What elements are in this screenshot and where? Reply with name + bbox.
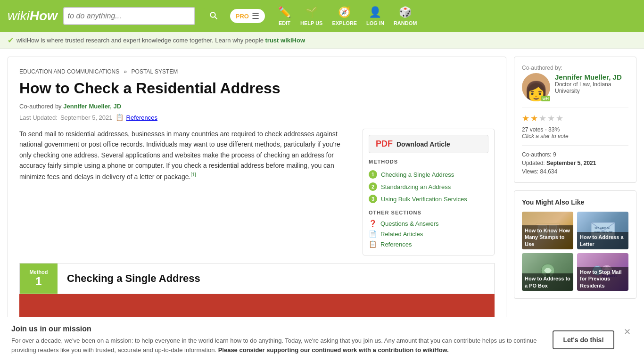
method-title: Checking a Single Address [67, 272, 200, 285]
article-content-row: To send mail to residential addresses, b… [19, 129, 495, 255]
nav-edit-label: EDIT [279, 20, 290, 26]
explore-icon: 🧭 [338, 6, 351, 18]
other-item-related[interactable]: 📄 Related Articles [369, 229, 488, 239]
hamburger-icon: ☰ [252, 11, 259, 21]
method-item-1[interactable]: 1 Checking a Single Address [369, 168, 488, 181]
co-authors-row: Co-authors: 9 [522, 151, 628, 158]
views-row: Views: 84,634 [522, 168, 628, 175]
breadcrumb-education[interactable]: EDUCATION AND COMMUNICATIONS [19, 68, 119, 75]
login-icon: 👤 [369, 6, 381, 18]
method-num-2: 2 [369, 182, 377, 191]
method-link-2[interactable]: Standardizing an Address [381, 183, 451, 190]
method-item-2[interactable]: 2 Standardizing an Address [369, 181, 488, 193]
nav-explore-label: EXPLORE [332, 20, 357, 26]
close-banner-button[interactable]: ✕ [622, 325, 633, 339]
search-bar [63, 7, 195, 25]
other-item-qa[interactable]: ❓ Questions & Answers [369, 218, 488, 229]
related-icon: 📄 [369, 230, 377, 238]
search-input[interactable] [68, 12, 190, 20]
method-section: Method 1 Checking a Single Address [19, 263, 495, 294]
article-title: How to Check a Residential Address [19, 80, 495, 97]
article-meta-bottom: Last Updated: September 5, 2021 📋 Refere… [19, 114, 495, 121]
nav-actions: ✏️ EDIT 🌱 HELP US 🧭 EXPLORE 👤 LOG IN 🎲 R… [278, 6, 417, 26]
method-link-3[interactable]: Using Bulk Verification Services [381, 196, 467, 203]
author-card: Co-authored by: wH Jennifer Mueller, JD … [514, 57, 636, 183]
related-item-stamps[interactable]: How to Know How Many Stamps to Use [522, 212, 573, 249]
nav-explore[interactable]: 🧭 EXPLORE [332, 6, 357, 26]
star-1[interactable]: ★ [522, 113, 529, 123]
might-like-title: You Might Also Like [522, 198, 628, 206]
might-also-like-card: You Might Also Like How to Know How Many… [514, 190, 636, 299]
ref-icon: 📋 [369, 240, 377, 248]
nav-random[interactable]: 🎲 RANDOM [394, 6, 417, 26]
breadcrumb: EDUCATION AND COMMUNICATIONS » POSTAL SY… [19, 68, 495, 75]
methods-box: PDF Download Article METHODS 1 Checking … [363, 129, 495, 255]
methods-title: METHODS [369, 159, 488, 165]
rating-row: ★ ★ ★ ★ ★ [522, 113, 628, 123]
donation-title: Join us in our mission [11, 325, 545, 333]
avatar-wrap: wH [522, 73, 550, 101]
star-5[interactable]: ★ [556, 113, 563, 123]
svg-line-1 [215, 16, 217, 19]
trust-check-icon: ✔ [8, 36, 14, 45]
related-item-letter[interactable]: 123 ABC St New York, NY How to Address a… [577, 212, 628, 249]
wh-badge: wH [541, 96, 551, 101]
related-item-stopmail[interactable]: Person is Deceased How to Stop Mail for … [577, 253, 628, 291]
method-title-bar: Checking a Single Address [58, 263, 494, 294]
updated-row: Updated: September 5, 2021 [522, 160, 628, 166]
references-link[interactable]: References [126, 114, 157, 121]
co-authored-label: Co-authored by: [522, 65, 628, 71]
nav-edit[interactable]: ✏️ EDIT [278, 6, 291, 26]
search-icon [209, 11, 218, 20]
author-name[interactable]: Jennifer Mueller, JD [555, 73, 628, 81]
trust-text: wikiHow is where trusted research and ex… [17, 37, 305, 44]
logo-wiki: wiki [8, 8, 30, 24]
co-author-row: wH Jennifer Mueller, JD Doctor of Law, I… [522, 73, 628, 101]
site-header: wikiHow PRO ☰ ✏️ EDIT 🌱 HELP US 🧭 EXPLOR… [0, 0, 644, 32]
related-link[interactable]: Related Articles [380, 230, 423, 238]
nav-helpus[interactable]: 🌱 HELP US [300, 6, 322, 26]
breadcrumb-postal[interactable]: POSTAL SYSTEM [132, 68, 178, 75]
other-sections-title: OTHER SECTIONS [369, 210, 488, 215]
pro-label: PRO [236, 13, 249, 20]
star-4[interactable]: ★ [547, 113, 555, 123]
click-star-text: Click a star to vote [522, 133, 628, 140]
nav-login[interactable]: 👤 LOG IN [366, 6, 384, 26]
divider [522, 107, 628, 107]
vote-info: 27 votes - 33% [522, 126, 628, 133]
donation-banner: Join us in our mission For over a decade… [0, 317, 644, 342]
nav-login-label: LOG IN [366, 20, 384, 26]
related-item-pobox[interactable]: How to Address to a PO Box [522, 253, 573, 291]
nav-helpus-label: HELP US [300, 20, 322, 26]
other-item-references[interactable]: 📋 References [369, 239, 488, 249]
author-link[interactable]: Jennifer Mueller, JD [63, 103, 121, 110]
article-text: To send mail to residential addresses, b… [19, 129, 353, 255]
article: EDUCATION AND COMMUNICATIONS » POSTAL SY… [8, 57, 506, 334]
svg-text:123 ABC St: 123 ABC St [594, 227, 610, 230]
pro-button[interactable]: PRO ☰ [230, 9, 265, 23]
nav-random-label: RANDOM [394, 20, 417, 26]
author-title: Doctor of Law, Indiana University [555, 81, 628, 94]
star-3[interactable]: ★ [539, 113, 546, 123]
sidebar: Co-authored by: wH Jennifer Mueller, JD … [514, 57, 636, 334]
donation-button[interactable]: Let's do this! [553, 330, 614, 342]
download-article-button[interactable]: PDF Download Article [369, 135, 488, 153]
star-2[interactable]: ★ [530, 113, 538, 123]
site-logo[interactable]: wikiHow [8, 8, 58, 24]
references-icon: 📋 [116, 114, 124, 121]
stars[interactable]: ★ ★ ★ ★ ★ [522, 113, 563, 123]
method-badge: Method 1 [20, 263, 58, 294]
method-num-3: 3 [369, 195, 377, 203]
search-button[interactable] [203, 8, 224, 24]
qa-link[interactable]: Questions & Answers [380, 220, 439, 227]
references-link2[interactable]: References [380, 241, 412, 248]
stopmail-overlay: How to Stop Mail for Previous Residents [577, 267, 628, 291]
helpus-icon: 🌱 [305, 6, 318, 18]
method-link-1[interactable]: Checking a Single Address [381, 171, 454, 178]
citation: [1] [190, 172, 196, 177]
pdf-icon: PDF [376, 139, 393, 149]
method-item-3[interactable]: 3 Using Bulk Verification Services [369, 193, 488, 205]
stamps-overlay: How to Know How Many Stamps to Use [522, 225, 573, 249]
svg-point-0 [210, 12, 215, 17]
trust-link[interactable]: trust wikiHow [265, 37, 305, 44]
